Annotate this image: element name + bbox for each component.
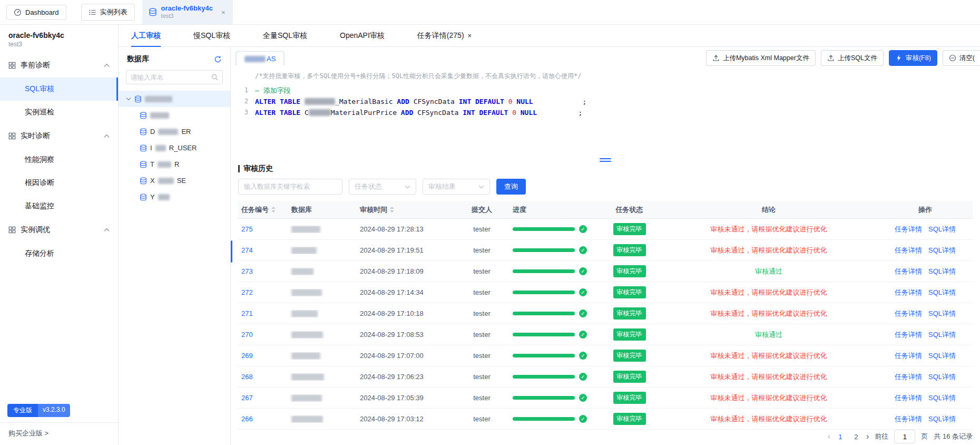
- close-icon[interactable]: ×: [468, 32, 472, 40]
- main-tab[interactable]: 人工审核: [131, 25, 161, 46]
- table-row: 266 2024-08-29 17:03:12 tester ✓ 审核完毕 审核…: [238, 409, 973, 430]
- row-actions: 任务详情SQL详情: [878, 288, 973, 297]
- sidebar-item[interactable]: 基础监控: [0, 195, 118, 218]
- main-tab[interactable]: 慢SQL审核: [193, 25, 230, 46]
- submitter: tester: [454, 267, 509, 275]
- action-link[interactable]: 任务详情: [895, 225, 922, 234]
- editor-tab[interactable]: AS: [237, 52, 283, 65]
- action-link[interactable]: 任务详情: [895, 414, 922, 424]
- action-link[interactable]: SQL详情: [928, 351, 956, 361]
- action-link[interactable]: SQL详情: [928, 288, 956, 297]
- tree-item[interactable]: XSE: [119, 172, 230, 189]
- column-header[interactable]: 任务编号: [238, 205, 288, 215]
- dashboard-label: Dashboard: [25, 8, 59, 16]
- prev-page-button[interactable]: ‹: [828, 432, 830, 441]
- main-tab[interactable]: 全量SQL审核: [263, 25, 307, 46]
- goto-page-input[interactable]: [894, 430, 915, 443]
- sql-editor[interactable]: /*支持批量审核，多个SQL使用分号+换行分隔；SQL性能分析只会采集少量数据，…: [231, 66, 980, 157]
- tree-item[interactable]: [119, 91, 230, 107]
- buy-enterprise-link[interactable]: 购买企业版 >: [0, 422, 118, 445]
- main-tab[interactable]: 任务详情(275)×: [417, 25, 472, 46]
- row-actions: 任务详情SQL详情: [878, 246, 973, 255]
- code-line: 2ALTER TABLE _MaterialBasic ADD CFSyncDa…: [231, 96, 980, 107]
- sidebar-item[interactable]: 存储分析: [0, 242, 118, 265]
- clear-button[interactable]: 清空(: [943, 50, 980, 66]
- next-page-button[interactable]: ›: [866, 432, 869, 441]
- sidebar-item[interactable]: 性能洞察: [0, 148, 118, 171]
- page-numbers: 12: [836, 433, 860, 441]
- action-link[interactable]: 任务详情: [895, 246, 922, 255]
- task-id-link[interactable]: 266: [241, 415, 253, 423]
- query-button[interactable]: 查询: [496, 179, 526, 195]
- column-header: 操作: [878, 205, 973, 215]
- scrollbar-thumb[interactable]: [231, 240, 232, 263]
- action-link[interactable]: SQL详情: [928, 225, 956, 234]
- action-link[interactable]: 任务详情: [895, 351, 922, 361]
- sidebar-item[interactable]: 根因诊断: [0, 171, 118, 195]
- action-link[interactable]: SQL详情: [928, 309, 956, 318]
- redacted-text: [291, 331, 323, 338]
- sidebar-group[interactable]: 实时诊断: [0, 124, 118, 148]
- audit-result-select[interactable]: 审核结果: [423, 179, 490, 195]
- action-link[interactable]: SQL详情: [928, 246, 956, 255]
- action-link[interactable]: 任务详情: [895, 267, 922, 276]
- history-filters: 任务状态 审核结果 查询: [238, 179, 973, 195]
- database-cell: [288, 268, 357, 275]
- main-tab[interactable]: OpenAPI审核: [340, 25, 385, 46]
- action-link[interactable]: SQL详情: [928, 330, 956, 340]
- page-number[interactable]: 2: [852, 433, 860, 441]
- sort-icon[interactable]: [271, 207, 276, 212]
- task-id-link[interactable]: 273: [241, 267, 253, 275]
- instance-list-button[interactable]: 实例列表: [81, 4, 135, 21]
- instance-tab[interactable]: oracle-fv6bky4c test3 ×: [142, 0, 233, 24]
- action-link[interactable]: 任务详情: [895, 372, 922, 382]
- task-id-link[interactable]: 270: [241, 331, 253, 338]
- action-link[interactable]: SQL详情: [928, 372, 956, 382]
- redacted-text: [155, 145, 166, 151]
- history-keyword-input[interactable]: [244, 183, 337, 190]
- resize-handle[interactable]: [231, 157, 980, 163]
- progress-bar: ✓: [513, 394, 587, 402]
- task-status-select[interactable]: 任务状态: [349, 179, 416, 195]
- sidebar-group[interactable]: 实例调优: [0, 218, 118, 242]
- action-link[interactable]: 任务详情: [895, 309, 922, 318]
- dashboard-button[interactable]: Dashboard: [6, 5, 66, 20]
- task-id-link[interactable]: 269: [241, 352, 253, 360]
- upload-mybatis-button[interactable]: 上传Mybatis Xml Mapper文件: [706, 50, 816, 66]
- audit-time: 2024-08-29 17:07:00: [357, 352, 454, 360]
- action-link[interactable]: SQL详情: [928, 393, 956, 403]
- tree-item[interactable]: TR: [119, 156, 230, 172]
- audit-time: 2024-08-29 17:28:13: [357, 225, 454, 233]
- action-link[interactable]: 任务详情: [895, 330, 922, 340]
- redacted-text: [291, 226, 320, 233]
- audit-time: 2024-08-29 17:05:39: [357, 394, 454, 402]
- sidebar-item[interactable]: SQL审核: [0, 78, 118, 101]
- task-id-link[interactable]: 271: [241, 309, 253, 317]
- sidebar-group[interactable]: 事前诊断: [0, 53, 118, 78]
- task-id-link[interactable]: 272: [241, 288, 253, 296]
- tree-item[interactable]: IR_USER: [119, 140, 230, 156]
- task-id-link[interactable]: 274: [241, 246, 253, 254]
- action-link[interactable]: 任务详情: [895, 288, 922, 297]
- action-link[interactable]: SQL详情: [928, 267, 956, 276]
- history-title: 审核历史: [238, 164, 973, 173]
- column-header[interactable]: 审核时间: [357, 205, 454, 215]
- task-id-link[interactable]: 267: [241, 394, 253, 402]
- task-id-link[interactable]: 268: [241, 373, 253, 381]
- task-id-link[interactable]: 275: [241, 225, 253, 233]
- db-search-input[interactable]: [131, 74, 208, 81]
- action-link[interactable]: 任务详情: [895, 393, 922, 403]
- search-icon[interactable]: [211, 74, 218, 81]
- audit-button[interactable]: 审核(F8): [889, 50, 937, 66]
- sidebar-item[interactable]: 实例巡检: [0, 101, 118, 124]
- tree-item[interactable]: [119, 107, 230, 123]
- close-icon[interactable]: ×: [220, 8, 227, 16]
- page-number[interactable]: 1: [836, 433, 845, 441]
- tree-item[interactable]: Y: [119, 189, 230, 205]
- upload-sql-button[interactable]: 上传SQL文件: [821, 50, 884, 66]
- refresh-icon[interactable]: [214, 55, 222, 63]
- action-link[interactable]: SQL详情: [928, 414, 956, 424]
- table-body: 275 2024-08-29 17:28:13 tester ✓ 审核完毕 审核…: [238, 219, 973, 430]
- tree-item[interactable]: DER: [119, 123, 230, 140]
- sort-icon[interactable]: [390, 207, 394, 212]
